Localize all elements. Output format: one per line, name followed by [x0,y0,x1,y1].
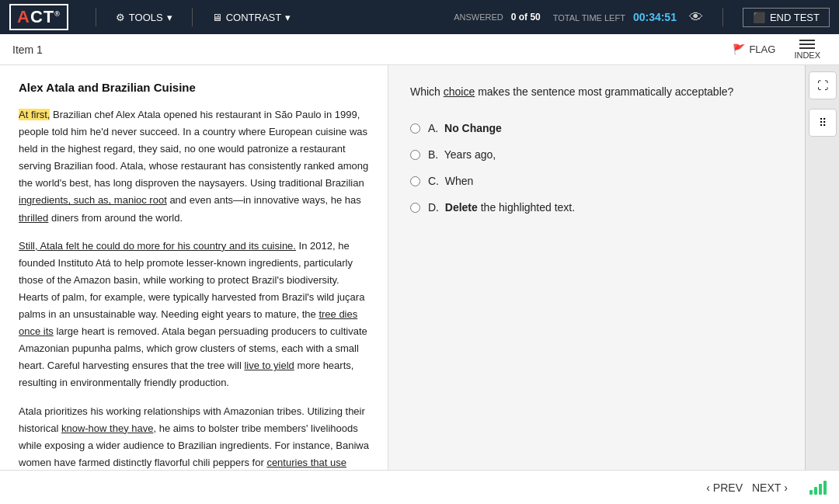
option-c-radio[interactable] [410,176,420,186]
right-sidebar: ⛶ ⠿ [805,65,839,470]
signal-bar-1 [809,490,813,495]
flag-label: FLAG [749,43,775,55]
time-label: TOTAL TIME LEFT [553,13,625,23]
tools-chevron-icon: ▾ [167,12,172,23]
next-label: NEXT [752,481,781,494]
accessibility-icon: 👁 [689,9,703,26]
nav-divider-2 [192,8,193,26]
nav-divider-1 [96,8,96,26]
index-button[interactable]: INDEX [788,36,827,63]
signal-bar-3 [819,484,822,495]
passage-text: At first, Brazilian chef Alex Atala open… [19,106,369,470]
signal-bars [809,481,827,495]
question-text: Which choice makes the sentence most gra… [410,84,783,100]
contrast-icon: 🖥 [212,12,222,23]
nav-divider-3 [722,8,723,26]
time-value: 00:34:51 [633,11,677,23]
signal-bar-2 [814,487,817,495]
passage-paragraph-1: At first, Brazilian chef Alex Atala open… [19,106,369,227]
stop-icon: ⬛ [753,12,765,23]
prev-label: PREV [713,481,743,494]
passage-paragraph-3: Atala prioritizes his working relationsh… [19,403,369,471]
option-b[interactable]: B. Years ago, [410,148,783,161]
passage-pane: Alex Atala and Brazilian Cuisine At firs… [0,65,388,470]
sidebar-accessibility-button[interactable]: ⠿ [809,109,837,137]
bottom-bar: ‹ PREV NEXT › [0,470,839,504]
contrast-label: CONTRAST [226,12,282,23]
option-a-radio[interactable] [410,123,420,134]
item-label: Item 1 [12,43,43,56]
option-d[interactable]: D. Delete the highlighted text. [410,201,783,214]
act-logo: ACT® [9,4,68,30]
top-navigation: ACT® ⚙ TOOLS ▾ 🖥 CONTRAST ▾ ANSWERED 0 o… [0,0,839,34]
next-arrow-icon: › [784,481,788,494]
dots-icon: ⠿ [819,116,827,129]
nav-stats: ANSWERED 0 of 50 TOTAL TIME LEFT 00:34:5… [454,9,703,26]
tools-icon: ⚙ [116,12,125,23]
option-a[interactable]: A. No Change [410,122,783,134]
main-content-area: Alex Atala and Brazilian Cuisine At firs… [0,65,839,470]
option-d-radio[interactable] [410,203,420,213]
index-label: INDEX [794,50,820,60]
flag-button[interactable]: 🚩 FLAG [733,43,775,55]
prev-button[interactable]: ‹ PREV [706,481,743,494]
flag-icon: 🚩 [733,43,745,55]
contrast-chevron-icon: ▾ [285,12,291,23]
tools-button[interactable]: ⚙ TOOLS ▾ [116,12,172,23]
tools-label: TOOLS [129,12,163,23]
answer-options: A. No Change B. Years ago, C. When D. De… [410,122,783,214]
answered-value: 0 of 50 [511,12,541,23]
option-c[interactable]: C. When [410,175,783,187]
option-d-delete: Delete [445,201,478,214]
question-pane: Which choice makes the sentence most gra… [388,65,805,470]
signal-bar-4 [823,481,827,495]
prev-arrow-icon: ‹ [706,481,710,494]
highlighted-text: At first, [19,109,50,120]
end-test-label: END TEST [770,12,820,23]
option-a-text: No Change [444,122,502,134]
next-button[interactable]: NEXT › [752,481,788,494]
passage-paragraph-2: Still, Atala felt he could do more for h… [19,238,369,392]
option-b-radio[interactable] [410,150,420,160]
option-b-text: B. Years ago, [428,148,496,161]
option-c-text: C. When [428,175,473,187]
answered-label: ANSWERED [454,12,503,22]
passage-title: Alex Atala and Brazilian Cuisine [19,81,369,94]
end-test-button[interactable]: ⬛ END TEST [743,8,830,27]
contrast-button[interactable]: 🖥 CONTRAST ▾ [212,12,291,23]
sidebar-expand-button[interactable]: ⛶ [809,71,837,99]
item-bar: Item 1 🚩 FLAG INDEX [0,34,839,65]
expand-icon: ⛶ [817,79,828,92]
hamburger-icon [799,40,815,49]
